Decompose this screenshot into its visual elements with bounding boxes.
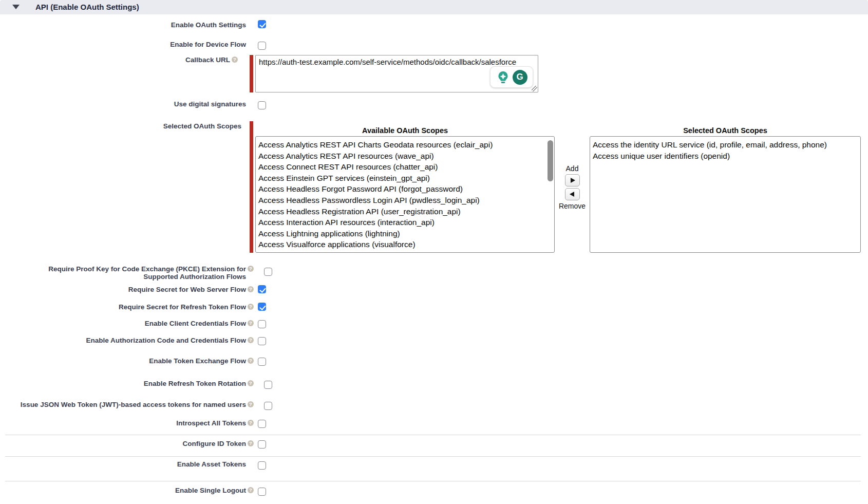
selected-scopes-header: Selected OAuth Scopes <box>590 126 861 135</box>
scope-option[interactable]: Access Connect REST API resources (chatt… <box>256 161 554 173</box>
help-icon[interactable] <box>248 266 254 272</box>
scope-option[interactable]: Access Einstein GPT services (einstein_g… <box>256 173 554 184</box>
scope-option[interactable]: Access Analytics REST API resources (wav… <box>256 151 554 162</box>
field-label: Require Secret for Refresh Token Flow <box>0 303 246 311</box>
scope-option[interactable]: Access the identity URL service (id, pro… <box>590 139 860 151</box>
available-scopes-listbox[interactable]: Access Analytics REST API Charts Geodata… <box>255 136 555 253</box>
scope-option[interactable]: Access Headless Forgot Password API (for… <box>256 183 554 195</box>
help-icon[interactable] <box>232 57 238 63</box>
help-icon[interactable] <box>248 358 254 364</box>
help-icon[interactable] <box>248 320 254 326</box>
oauth-settings-page: API (Enable OAuth Settings) Callback URL… <box>0 0 868 504</box>
row-divider <box>5 456 861 457</box>
field-label: Enable Client Credentials Flow <box>0 320 246 327</box>
row-divider <box>5 435 861 435</box>
callback-url-field: https://auth-test.example.com/self-servi… <box>255 55 538 92</box>
enable-auth-code-credentials-flow-checkbox[interactable] <box>258 337 266 345</box>
field-label: Enable for Device Flow <box>0 41 246 48</box>
require-secret-web-server-flow-checkbox[interactable] <box>258 285 266 293</box>
arrow-right-icon <box>571 178 575 183</box>
scrollbar-thumb[interactable] <box>548 140 553 181</box>
require-secret-refresh-token-flow-checkbox[interactable] <box>258 303 266 311</box>
field-label: Require Secret for Web Server Flow <box>0 286 246 293</box>
field-label: Introspect All Tokens <box>0 419 246 427</box>
help-icon[interactable] <box>248 440 254 446</box>
section-title: API (Enable OAuth Settings) <box>35 3 139 11</box>
field-label: Enable OAuth Settings <box>0 21 246 29</box>
help-icon[interactable] <box>248 286 254 292</box>
field-label: Require Proof Key for Code Exchange (PKC… <box>0 265 246 281</box>
grammarly-logo-icon[interactable]: G <box>513 70 527 85</box>
field-label: Selected OAuth Scopes <box>0 122 241 130</box>
required-indicator <box>250 55 253 92</box>
grammarly-extension-overlay: G <box>490 66 533 88</box>
field-label: Callback URL <box>0 56 230 64</box>
available-scopes-header: Available OAuth Scopes <box>255 126 555 135</box>
field-label: Issue JSON Web Token (JWT)-based access … <box>0 401 246 408</box>
field-label: Enable Token Exchange Flow <box>0 357 246 365</box>
scope-option[interactable]: Access Lightning applications (lightning… <box>256 228 554 239</box>
section-header-api-oauth[interactable]: API (Enable OAuth Settings) <box>0 0 868 14</box>
field-label-line: Supported Authorization Flows <box>143 273 246 281</box>
help-icon[interactable] <box>248 380 254 386</box>
field-label: Use digital signatures <box>0 100 246 108</box>
scope-option[interactable]: Access Analytics REST API Charts Geodata… <box>256 139 554 151</box>
enable-oauth-settings-checkbox[interactable] <box>258 20 266 28</box>
field-label: Enable Asset Tokens <box>0 460 246 468</box>
enable-single-logout-checkbox[interactable] <box>258 488 266 496</box>
remove-scope-button[interactable] <box>565 188 580 200</box>
enable-for-device-flow-checkbox[interactable] <box>258 42 266 50</box>
issue-jwt-named-users-checkbox[interactable] <box>264 402 272 410</box>
enable-token-exchange-flow-checkbox[interactable] <box>258 358 266 366</box>
scope-option[interactable]: Access Interaction API resources (intera… <box>256 217 554 228</box>
enable-refresh-token-rotation-checkbox[interactable] <box>264 381 272 389</box>
textarea-resize-grip[interactable] <box>532 86 537 91</box>
arrow-left-icon <box>570 192 574 197</box>
collapse-triangle-icon[interactable] <box>12 5 20 9</box>
grammarly-lightbulb-icon[interactable] <box>496 70 510 84</box>
required-indicator <box>250 121 253 253</box>
field-label-line: Require Proof Key for Code Exchange (PKC… <box>48 265 246 273</box>
help-icon[interactable] <box>248 337 254 343</box>
enable-client-credentials-flow-checkbox[interactable] <box>258 320 266 328</box>
help-icon[interactable] <box>248 420 254 426</box>
scope-option[interactable]: Access Headless Passwordless Login API (… <box>256 195 554 206</box>
field-label: Configure ID Token <box>0 440 246 447</box>
field-label: Enable Single Logout <box>0 487 246 494</box>
use-digital-signatures-checkbox[interactable] <box>258 101 266 109</box>
require-pkce-checkbox[interactable] <box>264 268 272 276</box>
scope-option[interactable]: Access unique user identifiers (openid) <box>590 151 860 162</box>
help-icon[interactable] <box>248 304 254 310</box>
selected-scopes-listbox[interactable]: Access the identity URL service (id, pro… <box>590 136 861 253</box>
enable-asset-tokens-checkbox[interactable] <box>258 461 266 470</box>
field-label: Enable Refresh Token Rotation <box>0 380 246 387</box>
add-scope-button[interactable] <box>565 174 580 186</box>
help-icon[interactable] <box>248 487 254 493</box>
scope-option[interactable]: Access Visualforce applications (visualf… <box>256 239 554 250</box>
scope-option[interactable]: Access Headless Registration API (user_r… <box>256 206 554 217</box>
help-icon[interactable] <box>248 401 254 407</box>
field-label: Enable Authorization Code and Credential… <box>0 337 246 344</box>
configure-id-token-checkbox[interactable] <box>258 440 266 449</box>
row-divider <box>5 481 861 481</box>
introspect-all-tokens-checkbox[interactable] <box>258 420 266 428</box>
